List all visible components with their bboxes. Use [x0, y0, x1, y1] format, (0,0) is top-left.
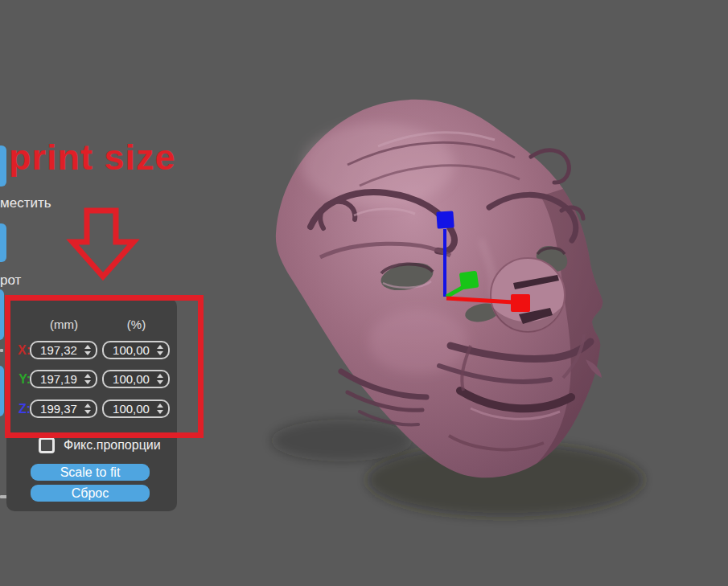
- mirror-tool-button[interactable]: [0, 366, 4, 416]
- move-tool-button[interactable]: [0, 145, 6, 186]
- fix-proportions-label: Фикс.пропорции: [64, 438, 161, 453]
- fix-proportions-checkbox[interactable]: [39, 437, 55, 453]
- move-tool-label: местить: [0, 195, 51, 211]
- print-size-annotation: print size: [9, 137, 176, 178]
- app-window: местить рот print size (mm) (%) X: 197,3…: [0, 0, 728, 586]
- scale-tool-button[interactable]: [0, 289, 4, 340]
- rotate-tool-button[interactable]: [0, 223, 6, 262]
- reset-button[interactable]: Сброс: [31, 485, 150, 502]
- gizmo-x-handle[interactable]: [511, 294, 530, 312]
- gizmo-y-handle[interactable]: [459, 271, 479, 290]
- annotation-rectangle: [5, 295, 204, 438]
- gizmo-z-handle[interactable]: [436, 211, 454, 228]
- rotate-tool-label: рот: [0, 273, 21, 289]
- annotation-arrow-down-icon: [64, 203, 145, 283]
- fix-proportions-row: Фикс.пропорции: [39, 437, 161, 453]
- scale-to-fit-button[interactable]: Scale to fit: [31, 464, 150, 481]
- cropped-label-fragment: [0, 349, 3, 352]
